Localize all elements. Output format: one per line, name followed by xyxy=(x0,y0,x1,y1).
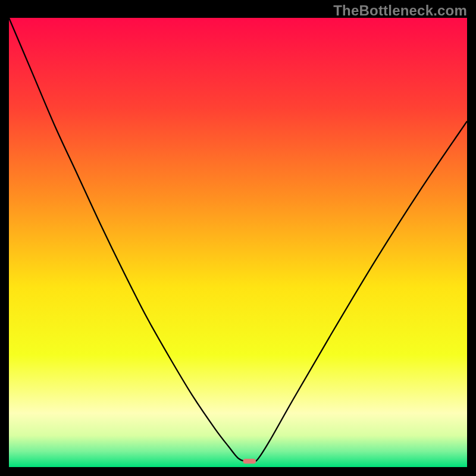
chart-frame xyxy=(9,18,467,467)
bottleneck-chart xyxy=(9,18,467,467)
gradient-background xyxy=(9,18,467,467)
watermark-text: TheBottleneck.com xyxy=(333,2,467,19)
optimal-point-marker xyxy=(243,459,256,464)
